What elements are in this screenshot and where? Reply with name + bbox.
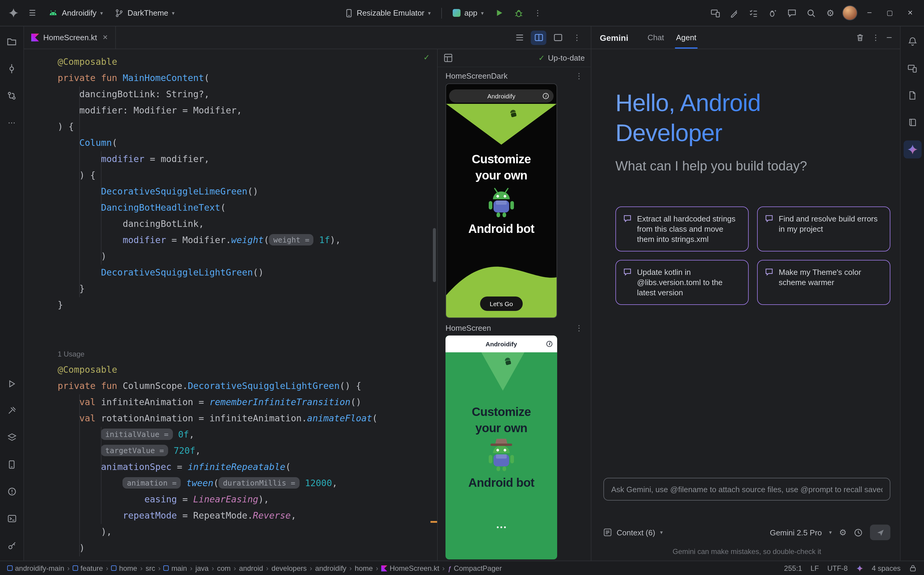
ai-status-icon[interactable] xyxy=(856,564,864,572)
device-streaming-icon xyxy=(710,8,720,18)
lets-go-button[interactable]: Let's Go xyxy=(480,297,523,311)
ai-transform-button[interactable] xyxy=(726,5,743,21)
editor-tab-homescreen[interactable]: HomeScreen.kt ✕ xyxy=(24,26,116,49)
window-minimize-button[interactable]: ─ xyxy=(860,5,878,21)
design-view-button[interactable] xyxy=(550,30,566,45)
history-icon[interactable] xyxy=(854,528,863,537)
inspection-status-icon[interactable]: ✓ xyxy=(423,53,430,62)
breadcrumb-item[interactable]: ƒCompactPager xyxy=(448,564,502,572)
window-close-button[interactable]: ✕ xyxy=(901,5,919,21)
services-tool-button[interactable] xyxy=(3,429,21,446)
editor-options-button[interactable]: ⋮ xyxy=(569,30,585,45)
code-editor[interactable]: @Composableprivate fun MainHomeContent( … xyxy=(24,49,437,561)
code-line: 1 Usage xyxy=(58,346,437,362)
hide-panel-icon[interactable]: ─ xyxy=(887,33,892,42)
gemini-tool-button[interactable] xyxy=(903,140,921,159)
gemini-prompt-input[interactable] xyxy=(603,478,891,500)
suggestion-update-kotlin[interactable]: Update kotlin in @libs.version.toml to t… xyxy=(615,260,749,305)
gemini-options-icon[interactable]: ⋮ xyxy=(872,33,879,42)
caret-position[interactable]: 255:1 xyxy=(784,564,802,572)
settings-button[interactable]: ⚙ xyxy=(822,5,839,21)
vcs-branch-selector[interactable]: DarkTheme ▾ xyxy=(110,5,180,21)
breadcrumb-item[interactable]: home xyxy=(111,564,137,572)
code-line: ) { xyxy=(58,167,437,184)
context-selector[interactable]: Context (6) xyxy=(617,528,655,537)
model-selector[interactable]: Gemini 2.5 Pro xyxy=(770,528,822,537)
code-line: DecorativeSquiggleLightGreen() xyxy=(58,265,437,281)
code-line: DecorativeSquiggleLimeGreen() xyxy=(58,184,437,200)
problems-tool-button[interactable] xyxy=(3,483,21,500)
build-tool-button[interactable] xyxy=(3,402,21,419)
preview-options-icon[interactable]: ⋮ xyxy=(575,71,583,80)
suggestion-extract-strings[interactable]: Extract all hardcoded strings from this … xyxy=(615,206,749,251)
breadcrumb-item[interactable]: main xyxy=(164,564,187,572)
code-line: Column( xyxy=(58,135,437,151)
code-line: repeatMode = RepeatMode.Reverse, xyxy=(58,508,437,524)
breadcrumb-item[interactable]: androidify-main xyxy=(7,564,64,572)
device-explorer-button[interactable] xyxy=(903,86,921,105)
gear-icon: ⚙ xyxy=(827,8,835,18)
indent-setting[interactable]: 4 spaces xyxy=(872,564,900,572)
notifications-button[interactable] xyxy=(903,32,921,51)
terminal-tool-button[interactable] xyxy=(3,510,21,527)
breadcrumb-item[interactable]: java xyxy=(196,564,208,572)
code-view-button[interactable] xyxy=(512,30,527,45)
breadcrumb-item[interactable]: HomeScreen.kt xyxy=(381,564,439,572)
tab-agent[interactable]: Agent xyxy=(670,26,703,49)
file-encoding[interactable]: UTF-8 xyxy=(827,564,848,572)
prompt-icon xyxy=(765,268,773,276)
preview-layout-icon[interactable] xyxy=(444,53,453,62)
run-more-actions-button[interactable]: ⋮ xyxy=(529,5,546,21)
preview-item-header: HomeScreen ⋮ xyxy=(438,319,591,334)
breadcrumb-item[interactable]: developers xyxy=(271,564,307,572)
line-ending[interactable]: LF xyxy=(811,564,819,572)
suggestion-fix-build-errors[interactable]: Find and resolve build errors in my proj… xyxy=(757,206,891,251)
suggestion-warm-theme[interactable]: Make my Theme's color scheme warmer xyxy=(757,260,891,305)
trash-icon[interactable] xyxy=(856,33,865,42)
code-line xyxy=(58,329,437,346)
code-area[interactable]: @Composableprivate fun MainHomeContent( … xyxy=(24,49,437,556)
project-tool-button[interactable] xyxy=(3,32,21,51)
project-selector[interactable]: Androidify ▾ xyxy=(43,5,108,21)
send-button[interactable] xyxy=(870,524,891,540)
editor-scrollbar[interactable] xyxy=(433,228,436,282)
device-streaming-button[interactable] xyxy=(707,5,724,21)
lock-icon[interactable] xyxy=(909,564,917,572)
search-everywhere-button[interactable] xyxy=(803,5,819,21)
version-control-tool-button[interactable] xyxy=(3,537,21,554)
ai-insights-button[interactable] xyxy=(764,5,781,21)
gemini-settings-icon[interactable]: ⚙ xyxy=(839,527,846,537)
ai-chat-button[interactable] xyxy=(784,5,800,21)
run-configuration-selector[interactable]: app ▾ xyxy=(448,5,488,21)
breadcrumb-item[interactable]: android xyxy=(239,564,263,572)
build-variants-button[interactable] xyxy=(903,113,921,132)
breadcrumb-item[interactable]: androidify xyxy=(315,564,347,572)
run-button[interactable] xyxy=(491,5,507,21)
preview-homescreen[interactable]: Androidify i Customize your own xyxy=(445,335,557,559)
commit-tool-button[interactable] xyxy=(3,59,21,78)
running-devices-tool-button[interactable] xyxy=(3,456,21,473)
main-menu-icon[interactable]: ☰ xyxy=(24,5,41,21)
ai-chat-icon xyxy=(787,8,797,18)
device-selector[interactable]: Resizable Emulator ▾ xyxy=(340,5,436,21)
breadcrumb-item[interactable]: com xyxy=(217,564,231,572)
tab-chat[interactable]: Chat xyxy=(641,26,670,49)
breadcrumb-separator: › xyxy=(350,564,352,572)
window-maximize-button[interactable]: ▢ xyxy=(881,5,899,21)
gemini-input-toolbar: Context (6) ▾ Gemini 2.5 Pro ▾ ⚙ xyxy=(603,524,891,540)
breadcrumb-item[interactable]: feature xyxy=(73,564,103,572)
preview-homescreendark[interactable]: Androidify i Customize your own xyxy=(445,83,557,318)
breadcrumb-item[interactable]: src xyxy=(146,564,155,572)
tab-close-icon[interactable]: ✕ xyxy=(102,33,108,41)
tasks-button[interactable] xyxy=(745,5,762,21)
running-devices-button[interactable] xyxy=(903,59,921,78)
preview-options-icon[interactable]: ⋮ xyxy=(575,324,583,332)
code-line: animationSpec = infiniteRepeatable( xyxy=(58,459,437,475)
more-tool-windows-button[interactable]: ⋯ xyxy=(3,113,21,132)
run-tool-button[interactable] xyxy=(3,375,21,392)
pull-requests-tool-button[interactable] xyxy=(3,86,21,105)
breadcrumb-item[interactable]: home xyxy=(355,564,373,572)
split-view-button[interactable] xyxy=(531,30,546,45)
debug-button[interactable] xyxy=(510,5,527,21)
user-avatar[interactable] xyxy=(841,5,858,21)
